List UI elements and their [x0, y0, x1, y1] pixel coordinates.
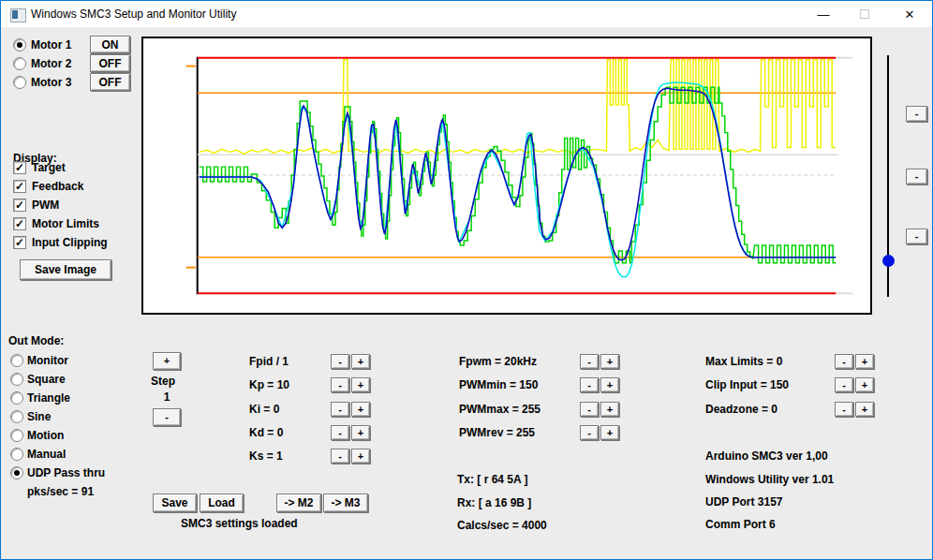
out-mode-manual-radio[interactable] [10, 448, 23, 461]
out-mode-sine-label: Sine [27, 410, 51, 423]
motor-2-radio[interactable] [13, 57, 26, 70]
pwm-checkbox-label: PWM [32, 199, 59, 212]
copy-to-m3-button[interactable]: -> M3 [323, 494, 368, 512]
fpid-minus-button[interactable]: - [331, 354, 349, 369]
pwm-trace-yellow [200, 60, 836, 155]
pwmmax-label: PWMmax = 255 [459, 403, 541, 416]
out-mode-square-radio[interactable] [10, 373, 23, 386]
fpwm-plus-button[interactable]: + [600, 354, 619, 369]
target-checkbox-label: Target [32, 161, 66, 174]
motor-2-label: Motor 2 [31, 57, 71, 70]
fpwm-minus-button[interactable]: - [580, 354, 599, 369]
close-button[interactable]: ✕ [891, 1, 928, 27]
step-label: Step [151, 375, 175, 388]
out-mode-section-label: Out Mode: [8, 334, 64, 347]
kd-label: Kd = 0 [249, 426, 283, 439]
feedback-trace-blue [200, 88, 836, 259]
tx-readout: Tx: [ r 64 5A ] [457, 473, 528, 486]
kd-minus-button[interactable]: - [331, 425, 349, 440]
save-settings-button[interactable]: Save [153, 494, 197, 512]
deadzone-plus-button[interactable]: + [855, 402, 874, 417]
input-clipping-checkbox-label: Input Clipping [32, 236, 108, 249]
out-mode-motion-label: Motion [27, 429, 64, 442]
save-image-button[interactable]: Save Image [20, 259, 111, 280]
motor-1-on-button[interactable]: ON [90, 36, 130, 53]
ks-minus-button[interactable]: - [331, 449, 349, 464]
out-mode-udp-label: UDP Pass thru [27, 466, 105, 479]
ks-label: Ks = 1 [249, 449, 283, 463]
pwmrev-plus-button[interactable]: + [600, 425, 619, 440]
pwmmax-plus-button[interactable]: + [600, 402, 619, 417]
feedback-checkbox[interactable]: ✓ [13, 180, 26, 193]
kd-plus-button[interactable]: + [351, 425, 370, 440]
deadzone-minus-button[interactable]: - [835, 402, 853, 417]
scope-plot [141, 37, 872, 315]
udp-port-text: UDP Port 3157 [705, 495, 782, 508]
minimize-button[interactable]: — [808, 1, 838, 27]
pwmmin-plus-button[interactable]: + [600, 377, 619, 392]
fpid-plus-button[interactable]: + [351, 354, 370, 369]
motor-3-label: Motor 3 [31, 76, 71, 89]
pwmrev-minus-button[interactable]: - [580, 425, 599, 440]
out-mode-triangle-label: Triangle [27, 391, 70, 405]
pwmmax-minus-button[interactable]: - [580, 402, 599, 417]
out-mode-monitor-label: Monitor [27, 354, 68, 367]
step-plus-button[interactable]: + [153, 352, 181, 370]
arduino-version-text: Arduino SMC3 ver 1,00 [705, 449, 828, 463]
out-mode-square-label: Square [27, 373, 66, 386]
ki-minus-button[interactable]: - [331, 402, 349, 417]
max-limits-label: Max Limits = 0 [705, 355, 782, 368]
load-settings-button[interactable]: Load [200, 494, 244, 512]
kp-label: Kp = 10 [249, 378, 289, 391]
input-clipping-checkbox[interactable]: ✓ [13, 236, 26, 249]
step-minus-button[interactable]: - [153, 408, 181, 426]
pwmmin-minus-button[interactable]: - [580, 377, 599, 392]
motor-2-off-button[interactable]: OFF [90, 54, 130, 72]
scale-minus-button-1[interactable]: - [906, 106, 927, 122]
motor-3-radio[interactable] [13, 76, 26, 89]
ki-label: Ki = 0 [249, 403, 279, 416]
pwmrev-label: PWMrev = 255 [459, 426, 535, 439]
app-icon [10, 8, 26, 22]
calcs-per-sec-readout: Calcs/sec = 4000 [457, 519, 547, 532]
scale-minus-button-2[interactable]: - [906, 169, 927, 184]
fpwm-label: Fpwm = 20kHz [459, 355, 537, 368]
settings-status-text: SMC3 settings loaded [181, 517, 298, 530]
motor-1-radio[interactable] [13, 38, 26, 52]
clip-input-plus-button[interactable]: + [855, 377, 874, 392]
clip-input-minus-button[interactable]: - [835, 377, 853, 392]
scale-minus-button-3[interactable]: - [906, 228, 927, 244]
maximize-button[interactable]: ☐ [850, 1, 880, 27]
motor-3-off-button[interactable]: OFF [90, 73, 130, 91]
pks-per-sec-value: pks/sec = 91 [27, 485, 94, 498]
max-limits-minus-button[interactable]: - [835, 354, 853, 369]
motor-limits-checkbox-label: Motor Limits [32, 217, 99, 230]
copy-to-m2-button[interactable]: -> M2 [276, 494, 321, 512]
clip-input-label: Clip Input = 150 [705, 378, 789, 391]
out-mode-motion-radio[interactable] [10, 429, 23, 442]
out-mode-manual-label: Manual [27, 448, 66, 461]
kp-minus-button[interactable]: - [331, 377, 349, 392]
out-mode-sine-radio[interactable] [10, 410, 23, 423]
pwmmin-label: PWMmin = 150 [459, 378, 538, 391]
window-title: Windows SMC3 Setup and Monitor Utility [31, 7, 236, 21]
title-bar: Windows SMC3 Setup and Monitor Utility —… [1, 1, 932, 27]
app-window: Windows SMC3 Setup and Monitor Utility —… [0, 0, 933, 560]
pwm-checkbox[interactable]: ✓ [13, 199, 26, 212]
fpid-label: Fpid / 1 [249, 355, 289, 368]
comm-port-text: Comm Port 6 [705, 518, 776, 531]
max-limits-plus-button[interactable]: + [855, 354, 874, 369]
kp-plus-button[interactable]: + [351, 377, 370, 392]
ki-plus-button[interactable]: + [351, 402, 370, 417]
ks-plus-button[interactable]: + [351, 449, 370, 464]
out-mode-monitor-radio[interactable] [10, 354, 23, 367]
deadzone-label: Deadzone = 0 [705, 403, 778, 416]
scale-slider-thumb[interactable] [882, 255, 895, 267]
target-checkbox[interactable]: ✓ [13, 161, 26, 174]
rx-readout: Rx: [ a 16 9B ] [457, 496, 531, 509]
out-mode-udp-radio[interactable] [10, 466, 23, 479]
scope-plot-svg [143, 38, 870, 313]
motor-limits-checkbox[interactable]: ✓ [13, 217, 26, 230]
out-mode-triangle-radio[interactable] [10, 391, 23, 405]
motor-1-label: Motor 1 [31, 38, 71, 52]
